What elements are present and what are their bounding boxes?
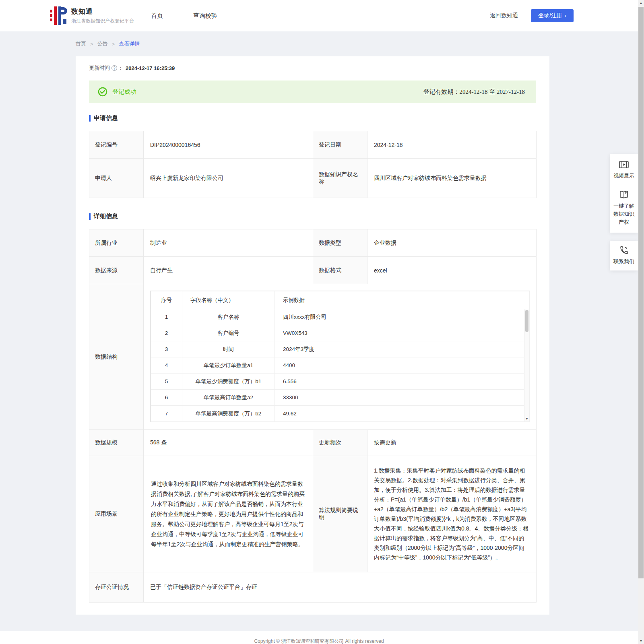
video-display-button[interactable]: 视频展示: [612, 160, 636, 180]
cell-field-name: 单笔最高订单数量a2: [182, 390, 275, 406]
table-row: 2 客户编号 VW0X543: [151, 325, 530, 341]
cell-index: 3: [151, 341, 182, 357]
phone-icon: [619, 246, 629, 255]
field-value: 已于「信证链数据资产存证公证平台」存证: [144, 572, 537, 603]
contact-us-button[interactable]: 联系我们: [612, 246, 636, 266]
update-time-row: 更新时间 ? ： 2024-12-17 16:25:39: [89, 64, 536, 72]
cell-index: 5: [151, 374, 182, 390]
breadcrumb-home[interactable]: 首页: [76, 40, 86, 47]
table-row: 数据来源 自行产生 数据格式 excel: [89, 257, 537, 284]
main-nav: 首页 查询校验: [151, 0, 217, 31]
field-value: excel: [367, 257, 537, 284]
field-label: 登记日期: [313, 131, 367, 159]
page-scrollbar[interactable]: ▲ ▼: [638, 0, 644, 644]
top-header: 数知通 浙江省数据知识产权登记平台 首页 查询校验 返回数知通 登录/注册 ›: [0, 0, 644, 31]
logo[interactable]: 数知通 浙江省数据知识产权登记平台: [50, 6, 134, 25]
book-icon: [619, 190, 629, 200]
logo-icon: [50, 6, 67, 25]
field-label: 数据知识产权名称: [313, 159, 367, 198]
field-value-algorithm: 1.数据采集：采集平时客户对家纺绒布面料染色的需求量的相关交易数据。2.数据处理…: [367, 456, 537, 572]
chevron-right-icon: ›: [565, 13, 566, 19]
detail-card: 更新时间 ? ： 2024-12-17 16:25:39 登记成功 登记有效期：…: [76, 56, 549, 615]
inner-scrollbar-thumb[interactable]: [525, 310, 528, 332]
table-row-scenario: 应用场景 通过收集和分析四川区域客户对家纺绒布面料染色的需求量数据消费相关数据,…: [89, 456, 537, 572]
breadcrumb: 首页 > 公告 > 查看详情: [76, 40, 140, 47]
update-time-label: 更新时间: [89, 64, 110, 72]
table-header-row: 序号 字段名称（中文） 示例数据: [151, 291, 530, 309]
learn-data-ip-button[interactable]: 一键了解数据知识产权: [612, 190, 636, 226]
cell-field-name: 时间: [182, 341, 275, 357]
column-header: 示例数据: [275, 291, 530, 309]
cell-example: 2024年3季度: [275, 341, 530, 357]
data-structure-cell: 序号 字段名称（中文） 示例数据 1 客户名称 四川xxxx有限公司: [144, 284, 537, 430]
nav-item-home[interactable]: 首页: [151, 12, 163, 20]
cell-index: 4: [151, 357, 182, 374]
validity-period: 登记有效期：2024-12-18 至 2027-12-18: [423, 88, 525, 96]
video-display-label: 视频展示: [612, 172, 636, 180]
copyright-text: Copyright © 浙江数知调查和研究有限公司 All rights res…: [0, 638, 638, 644]
login-register-button[interactable]: 登录/注册 ›: [531, 9, 574, 22]
footer: Copyright © 浙江数知调查和研究有限公司 All rights res…: [0, 631, 638, 644]
field-value: 自行产生: [144, 257, 313, 284]
section-bar: [89, 115, 91, 122]
field-label: 登记编号: [89, 131, 144, 159]
column-header: 字段名称（中文）: [182, 291, 275, 309]
page-scrollbar-thumb[interactable]: [638, 7, 644, 578]
section-title-text: 申请信息: [94, 114, 118, 122]
detail-info-table: 所属行业 制造业 数据类型 企业数据 数据来源 自行产生 数据格式 excel …: [89, 229, 537, 603]
nav-item-query[interactable]: 查询校验: [193, 12, 217, 20]
field-value-scenario: 通过收集和分析四川区域客户对家纺绒布面料染色的需求量数据消费相关数据,了解客户对…: [144, 456, 313, 572]
field-value: 按需更新: [367, 430, 537, 456]
cell-example: VW0X543: [275, 325, 530, 341]
field-value: 企业数据: [367, 229, 537, 257]
field-label: 数据来源: [89, 257, 144, 284]
field-value: 568 条: [144, 430, 313, 456]
breadcrumb-current: 查看详情: [119, 40, 140, 47]
cell-example: 33300: [275, 390, 530, 406]
float-panel-contact: 联系我们: [610, 241, 638, 270]
logo-title: 数知通: [71, 7, 134, 16]
field-label: 数据规模: [89, 430, 144, 456]
field-value: DIP2024000016456: [144, 131, 313, 159]
data-structure-table: 序号 字段名称（中文） 示例数据 1 客户名称 四川xxxx有限公司: [151, 291, 530, 422]
cell-index: 1: [151, 309, 182, 325]
inner-table-scrollbar[interactable]: ▼: [524, 309, 529, 421]
breadcrumb-announcement[interactable]: 公告: [97, 40, 108, 47]
cell-field-name: 单笔最少消费额度（万）b1: [182, 374, 275, 390]
help-icon[interactable]: ?: [111, 65, 117, 71]
table-row: 登记编号 DIP2024000016456 登记日期 2024-12-18: [89, 131, 537, 159]
back-to-shuzhitong-link[interactable]: 返回数知通: [490, 12, 518, 19]
cell-example: 四川xxxx有限公司: [275, 309, 530, 325]
table-row-data-structure: 数据结构 序号 字段名称（中文） 示例数据: [89, 284, 537, 430]
check-circle-icon: [98, 87, 107, 97]
section-application-info: 申请信息: [89, 114, 536, 122]
table-row: 1 客户名称 四川xxxx有限公司: [151, 309, 530, 325]
application-info-table: 登记编号 DIP2024000016456 登记日期 2024-12-18 申请…: [89, 131, 537, 198]
table-row: 存证公证情况 已于「信证链数据资产存证公证平台」存证: [89, 572, 537, 603]
registration-success-banner: 登记成功 登记有效期：2024-12-18 至 2027-12-18: [89, 80, 536, 103]
field-label: 算法规则简要说明: [313, 456, 367, 572]
status-badge: 登记成功: [112, 88, 136, 96]
scroll-down-arrow-icon[interactable]: ▼: [638, 639, 644, 643]
field-value: 制造业: [144, 229, 313, 257]
field-label: 数据类型: [313, 229, 367, 257]
cell-field-name: 客户编号: [182, 325, 275, 341]
field-label: 所属行业: [89, 229, 144, 257]
cell-index: 6: [151, 390, 182, 406]
field-label: 更新频次: [313, 430, 367, 456]
cell-index: 7: [151, 406, 182, 422]
table-row: 5 单笔最少消费额度（万）b1 6.556: [151, 374, 530, 390]
table-row: 7 单笔最高消费额度（万）b2 49.62: [151, 406, 530, 422]
field-label: 申请人: [89, 159, 144, 198]
scroll-down-arrow-icon[interactable]: ▼: [524, 417, 529, 421]
scroll-up-arrow-icon[interactable]: ▲: [638, 1, 644, 5]
learn-data-ip-label: 一键了解数据知识产权: [612, 202, 636, 226]
field-label: 应用场景: [89, 456, 144, 572]
float-panel-top: 视频展示 一键了解数据知识产权: [610, 154, 638, 233]
field-value: 2024-12-18: [367, 131, 537, 159]
field-label: 存证公证情况: [89, 572, 144, 603]
cell-example: 4400: [275, 357, 530, 374]
cell-index: 2: [151, 325, 182, 341]
section-title-text: 详细信息: [94, 213, 118, 220]
breadcrumb-separator: >: [112, 41, 115, 47]
